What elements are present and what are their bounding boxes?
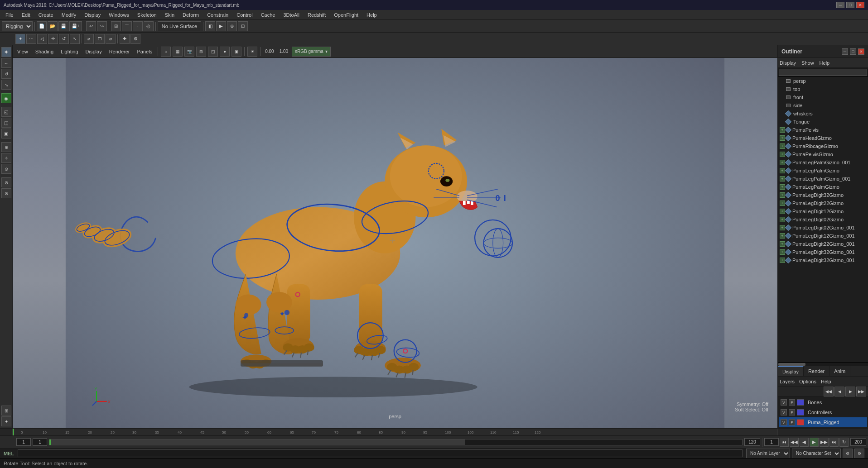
plus-expand-btn[interactable]: + — [780, 217, 785, 222]
outliner-item-persp[interactable]: persp — [778, 77, 868, 85]
outliner-display-menu[interactable]: Display — [780, 60, 796, 66]
outliner-item-pumaribcagegizmo[interactable]: + PumaRibcageGizmo — [778, 142, 868, 150]
layer-prev-btn[interactable]: ◀◀ — [824, 387, 834, 396]
menu-constrain[interactable]: Constrain — [203, 11, 232, 19]
scale-lt-btn[interactable]: ⤡ — [1, 80, 11, 90]
controllers-layer-p[interactable]: P — [789, 409, 795, 415]
menu-cache[interactable]: Cache — [257, 11, 279, 19]
no-char-set-dropdown[interactable]: No Character Set — [792, 449, 841, 458]
outliner-item-pumalegdigit32gizmo[interactable]: + PumaLegDigit32Gizmo — [778, 191, 868, 199]
outliner-item-pumalegpalmgizmo-001[interactable]: + PumaLegPalmGizmo_001 — [778, 158, 868, 167]
gamma-dropdown-icon[interactable]: ▾ — [325, 49, 328, 54]
shading-menu[interactable]: Shading — [33, 48, 56, 55]
jump-end-btn[interactable]: ⏭ — [829, 438, 839, 447]
move-lt-btn[interactable]: ↔ — [1, 58, 11, 68]
renderer-menu[interactable]: Renderer — [106, 48, 133, 55]
hscrollbar-thumb[interactable] — [778, 363, 805, 366]
outliner-item-cut[interactable]: + PumaLegDigit32Gizmo_001 — [778, 256, 868, 264]
poly-lt-btn[interactable]: ◱ — [1, 107, 11, 117]
render-btn[interactable]: ▶ — [216, 21, 226, 31]
menu-control[interactable]: Control — [233, 11, 256, 19]
vp-home-btn[interactable]: ⌂ — [161, 47, 171, 57]
save-scene-btn[interactable]: 💾 — [58, 21, 68, 31]
outliner-item-front[interactable]: front — [778, 93, 868, 101]
snap-grid-btn[interactable]: ⊞ — [111, 21, 121, 31]
plus-expand-btn[interactable]: + — [780, 160, 785, 165]
outliner-item-pumalegdigit12gizmo[interactable]: + PumaLegDigit12Gizmo — [778, 207, 868, 215]
plus-expand-btn[interactable]: + — [780, 209, 785, 214]
render-settings-btn[interactable]: ◧ — [205, 21, 215, 31]
plus-expand-btn[interactable]: + — [780, 127, 785, 133]
paint-lt-btn[interactable]: ⊘ — [1, 177, 11, 187]
plus-expand-btn[interactable]: + — [780, 225, 785, 230]
plus-expand-btn[interactable]: + — [780, 176, 785, 181]
outliner-item-pumapelvis[interactable]: + PumaPelvis — [778, 126, 868, 134]
menu-skeleton[interactable]: Skeleton — [134, 11, 160, 19]
plus-expand-btn[interactable]: + — [780, 192, 785, 198]
bones-layer-color[interactable] — [797, 399, 804, 406]
menu-edit[interactable]: Edit — [18, 11, 34, 19]
bones-layer-v[interactable]: V — [781, 399, 787, 406]
render-tab[interactable]: Render — [804, 366, 829, 376]
outliner-hscrollbar[interactable] — [778, 362, 868, 366]
plus-expand-btn[interactable]: + — [780, 258, 785, 263]
plus-expand-btn[interactable]: + — [780, 135, 785, 141]
menu-display[interactable]: Display — [81, 11, 104, 19]
play-fwd-btn[interactable]: ▶ — [810, 438, 819, 447]
menu-file[interactable]: File — [2, 11, 17, 19]
vp-smooth-btn[interactable]: ● — [220, 47, 230, 57]
outliner-close-btn[interactable]: ✕ — [858, 48, 864, 55]
no-anim-layer-dropdown[interactable]: No Anim Layer — [746, 449, 790, 458]
light-lt-btn[interactable]: ✧ — [1, 153, 11, 163]
mel-input[interactable] — [18, 449, 743, 457]
outliner-show-menu[interactable]: Show — [801, 60, 814, 66]
transport-frame-display[interactable] — [764, 438, 779, 446]
outliner-item-pumalegdigit32gizmo-001[interactable]: + PumaLegDigit32Gizmo_001 — [778, 248, 868, 256]
vp-wire-btn[interactable]: ◱ — [208, 47, 218, 57]
close-button[interactable]: ✕ — [856, 2, 864, 8]
minimize-button[interactable]: ─ — [836, 2, 844, 8]
menu-skin[interactable]: Skin — [161, 11, 178, 19]
outliner-item-side[interactable]: side — [778, 101, 868, 110]
current-frame-input[interactable] — [33, 438, 47, 446]
sculpt-btn[interactable]: ⌀ — [106, 34, 116, 44]
soft-select-lt-btn[interactable]: ◉ — [1, 93, 11, 103]
menu-deform[interactable]: Deform — [179, 11, 203, 19]
plus-expand-btn[interactable]: + — [780, 201, 785, 206]
outliner-maximize-btn[interactable]: □ — [850, 48, 856, 55]
controllers-layer-color[interactable] — [797, 409, 804, 415]
snap-view-btn[interactable]: ◎ — [144, 21, 154, 31]
end-frame-input[interactable] — [744, 438, 760, 446]
camera-lt-btn[interactable]: ⊕ — [1, 142, 11, 152]
plus-expand-btn[interactable]: + — [780, 152, 785, 157]
scale-tool-btn[interactable]: ⤡ — [70, 34, 80, 44]
anim-tab[interactable]: Anim — [829, 366, 850, 376]
snap-lt-btn[interactable]: ⊞ — [1, 406, 11, 415]
anim-settings-btn[interactable]: ⚙ — [854, 449, 864, 458]
outliner-item-pumalegpalmgizmo[interactable]: + PumaLegPalmGizmo — [778, 167, 868, 175]
play-back-btn[interactable]: ◀ — [800, 438, 809, 447]
select-lt-btn[interactable]: ✦ — [1, 47, 11, 57]
redo-btn[interactable]: ↪ — [97, 21, 107, 31]
puma-rigged-layer-row[interactable]: V P Puma_Rigged — [779, 417, 867, 427]
rotate-lt-btn[interactable]: ↺ — [1, 69, 11, 79]
select-tool-btn[interactable]: ✦ — [15, 34, 25, 44]
soft-mod-btn[interactable]: ⌀ — [84, 34, 94, 44]
outliner-minimize-btn[interactable]: ─ — [842, 48, 848, 55]
help-menu-item[interactable]: Help — [821, 379, 831, 384]
layer-next-btn[interactable]: ▶ — [845, 387, 855, 396]
menu-windows[interactable]: Windows — [105, 11, 133, 19]
plus-expand-btn[interactable]: + — [780, 184, 785, 190]
menu-openflight[interactable]: OpenFlight — [330, 11, 362, 19]
display-tab[interactable]: Display — [778, 366, 804, 376]
rotate-tool-btn[interactable]: ↺ — [59, 34, 69, 44]
plus-tool-btn[interactable]: ✚ — [120, 34, 130, 44]
open-scene-btn[interactable]: 📂 — [48, 21, 58, 31]
jump-start-btn[interactable]: ⏮ — [780, 438, 789, 447]
edge-lt-btn[interactable]: ◫ — [1, 118, 11, 128]
outliner-item-pumaheadgizmo[interactable]: + PumaHeadGizmo — [778, 134, 868, 142]
lighting-menu[interactable]: Lighting — [58, 48, 81, 55]
pumarigged-layer-color[interactable] — [797, 419, 804, 425]
outliner-item-top[interactable]: top — [778, 85, 868, 93]
pumarigged-layer-p[interactable]: P — [789, 419, 795, 425]
